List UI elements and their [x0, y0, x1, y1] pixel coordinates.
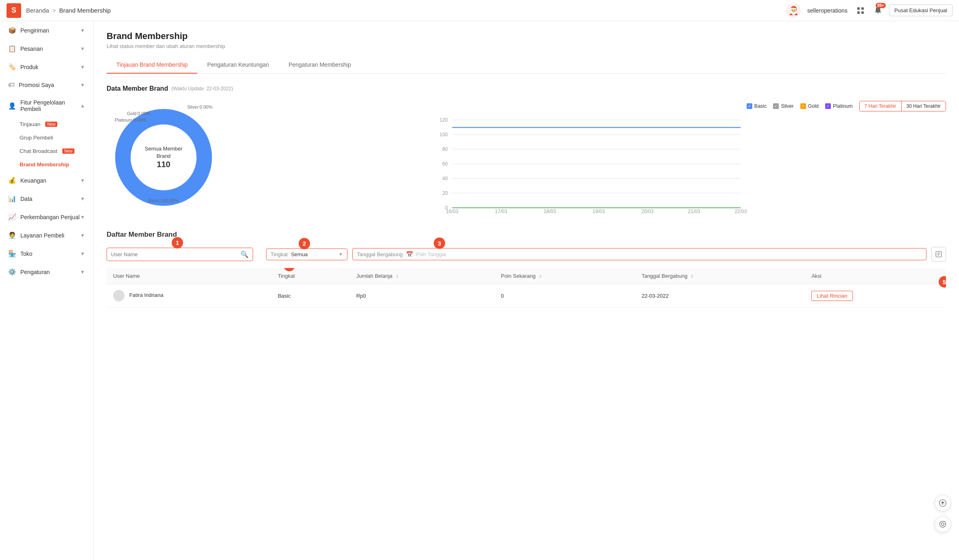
sidebar-label-layanan: Layanan Pembeli — [20, 232, 64, 239]
edu-btn[interactable]: Pusat Edukasi Penjual — [889, 4, 952, 16]
tab-tinjauan[interactable]: Tinjauan Brand Membership — [107, 57, 197, 74]
time-button-group: 7 Hari Terakhir 30 Hari Terakhir — [859, 101, 946, 111]
legend-check-silver: ✓ — [773, 103, 779, 109]
topnav: S Beranda > Brand Membership 🎅 sellerope… — [0, 0, 959, 21]
date-label: Tanggal Bergabung — [357, 251, 403, 257]
body-wrap: 📦 Pengiriman ▼ 📋 Pesanan ▼ 🏷️ Produk ▼ 🏷 — [0, 21, 959, 560]
th-belanja[interactable]: Jumlah Belanja ⇕ — [350, 268, 494, 284]
tabs: Tinjauan Brand Membership Pengaturan Keu… — [107, 57, 946, 74]
svg-text:17/03: 17/03 — [495, 209, 507, 214]
grup-label: Grup Pembeli — [20, 135, 53, 141]
fitur-icon: 👤 — [8, 102, 16, 110]
filter-num-2: 2 — [299, 238, 310, 249]
sidebar-item-produk[interactable]: 🏷️ Produk ▼ — [0, 58, 93, 76]
topnav-right: 🎅 selleroperations 99+ Pusat Edukasi Pen… — [786, 3, 952, 18]
filter-num-3: 3 — [434, 238, 445, 249]
sidebar-sub-fitur: Tinjauan New Grup Pembeli Chat Broadcast… — [0, 118, 93, 171]
sidebar-label-pesanan: Pesanan — [20, 46, 43, 52]
tinjauan-badge: New — [45, 122, 57, 127]
tingkat-label: Tingkat — [271, 251, 288, 257]
search-box[interactable]: 🔍 — [107, 248, 253, 261]
data-icon: 📊 — [8, 195, 16, 203]
svg-point-33 — [942, 523, 944, 526]
grid-icon[interactable] — [854, 4, 867, 17]
sidebar-item-toko[interactable]: 🏪 Toko ▼ — [0, 244, 93, 263]
notification-bell[interactable]: 99+ — [874, 5, 883, 15]
sidebar-item-broadcast[interactable]: Chat Broadcast New — [0, 144, 93, 158]
btn-7hari[interactable]: 7 Hari Terakhir — [860, 101, 902, 111]
line-chart-svg: 120 100 80 60 40 20 0 16 — [234, 115, 946, 213]
search-icon: 🔍 — [240, 251, 249, 258]
pengaturan-icon: ⚙️ — [8, 268, 16, 276]
legend-silver: ✓ Silver — [773, 103, 793, 109]
sidebar-label-promosi: Promosi Saya — [19, 82, 54, 88]
chat-button[interactable] — [935, 516, 951, 532]
chart-area: Silver:0.00% Gold:0.00% Platinum:0.00% B… — [107, 100, 946, 214]
th-poin[interactable]: Poin Sekarang ⇕ — [494, 268, 635, 284]
sidebar-label-perkembangan: Perkembangan Penjual — [20, 214, 80, 220]
sidebar-item-fitur[interactable]: 👤 Fitur Pengelolaan Pembeli ▲ — [0, 94, 93, 118]
line-chart-wrap: ✓ Basic ✓ Silver ✓ Gold — [234, 101, 946, 214]
lihat-rincian-button[interactable]: Lihat Rincian — [811, 291, 852, 301]
sidebar-item-pengiriman[interactable]: 📦 Pengiriman ▼ — [0, 21, 93, 39]
tab-keuntungan[interactable]: Pengaturan Keuntungan — [197, 57, 279, 74]
sidebar-label-pengaturan: Pengaturan — [20, 269, 50, 275]
scroll-top-button[interactable] — [935, 495, 951, 511]
sidebar-item-perkembangan[interactable]: 📈 Perkembangan Penjual ▼ — [0, 208, 93, 226]
sidebar-item-data[interactable]: 📊 Data ▼ — [0, 190, 93, 208]
export-button[interactable] — [931, 247, 946, 261]
sidebar-label-fitur: Fitur Pengelolaan Pembeli — [20, 99, 80, 112]
sidebar-item-layanan[interactable]: 🧑‍💼 Layanan Pembeli ▼ — [0, 226, 93, 244]
svg-rect-1 — [861, 7, 864, 10]
date-filter[interactable]: Tanggal Bergabung 📅 Pilih Tanggal — [352, 248, 926, 260]
tinjauan-label: Tinjauan — [20, 121, 40, 127]
svg-text:20: 20 — [442, 190, 448, 196]
broadcast-badge: New — [62, 148, 74, 154]
breadcrumb-home[interactable]: Beranda — [26, 7, 49, 14]
main-content: Brand Membership Lihat status member dan… — [94, 21, 959, 560]
sidebar-item-grup[interactable]: Grup Pembeli — [0, 131, 93, 144]
produk-icon: 🏷️ — [8, 63, 16, 71]
sidebar-item-tinjauan[interactable]: Tinjauan New — [0, 118, 93, 131]
donut-label-silver: Silver:0.00% — [187, 105, 212, 109]
sidebar-item-promosi[interactable]: 🏷 Promosi Saya ▼ — [0, 76, 93, 94]
search-input[interactable] — [111, 251, 240, 257]
tingkat-filter[interactable]: Tingkat Semua ▼ — [266, 248, 347, 260]
legend-gold: ✓ Gold — [800, 103, 819, 109]
table-row: Fatira Indriana Basic Rp0 0 22-03-2022 L… — [107, 284, 946, 307]
sidebar-item-brand[interactable]: Brand Membership — [0, 158, 93, 171]
chevron-down-icon: ▼ — [80, 269, 85, 275]
svg-text:22/03: 22/03 — [734, 209, 747, 214]
sidebar-item-keuangan[interactable]: 💰 Keuangan ▼ — [0, 171, 93, 190]
btn-30hari[interactable]: 30 Hari Terakhir — [902, 101, 946, 111]
cell-tingkat: Basic — [271, 284, 350, 307]
page-subtitle: Lihat status member dan ubah aturan memb… — [107, 43, 946, 49]
keuangan-icon: 💰 — [8, 176, 16, 184]
svg-rect-2 — [857, 11, 860, 14]
th-tingkat: 4 Tingkat — [271, 268, 350, 284]
th-tanggal[interactable]: Tanggal Bergabung ⇕ — [635, 268, 805, 284]
sidebar-label-produk: Produk — [20, 64, 38, 70]
chevron-down-icon: ▼ — [80, 251, 85, 257]
brand-label: Brand Membership — [20, 161, 69, 168]
chevron-down-icon: ▼ — [80, 214, 85, 220]
sidebar-label-toko: Toko — [20, 251, 33, 257]
svg-text:21/03: 21/03 — [688, 209, 700, 214]
sidebar-item-pengaturan[interactable]: ⚙️ Pengaturan ▼ — [0, 263, 93, 281]
donut-label-gold: Gold:0.00% — [127, 111, 150, 116]
legend-check-gold: ✓ — [800, 103, 806, 109]
user-avatar — [113, 290, 125, 301]
legend-label-silver: Silver — [781, 103, 793, 109]
pesanan-icon: 📋 — [8, 45, 16, 52]
tab-membership[interactable]: Pengaturan Membership — [279, 57, 360, 74]
sort-icon: ⇕ — [539, 274, 542, 279]
perkembangan-icon: 📈 — [8, 213, 16, 221]
chevron-down-icon: ▼ — [80, 82, 85, 88]
sidebar-label-keuangan: Keuangan — [20, 177, 46, 184]
username-label: selleroperations — [807, 7, 848, 14]
shopee-logo: S — [7, 3, 21, 18]
table-num-5: 5 — [939, 276, 946, 288]
data-member-title: Data Member Brand (Waktu Update: 22-03-2… — [107, 85, 946, 92]
promosi-icon: 🏷 — [8, 81, 15, 89]
sidebar-item-pesanan[interactable]: 📋 Pesanan ▼ — [0, 39, 93, 58]
